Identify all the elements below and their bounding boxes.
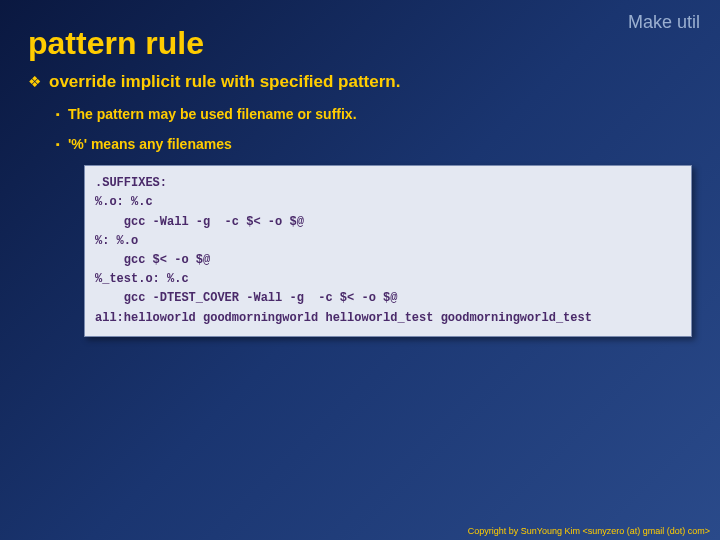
sub-list: ▪ The pattern may be used filename or su…: [28, 106, 692, 337]
square-icon: ▪: [56, 136, 60, 154]
code-block: .SUFFIXES: %.o: %.c gcc -Wall -g -c $< -…: [84, 165, 692, 337]
sub-bullet-text: The pattern may be used filename or suff…: [68, 106, 357, 122]
diamond-icon: ❖: [28, 72, 41, 92]
sub-bullet-text: '%' means any filenames: [68, 136, 232, 152]
sub-bullet: ▪ '%' means any filenames: [56, 136, 692, 154]
top-label: Make util: [628, 12, 700, 33]
square-icon: ▪: [56, 106, 60, 124]
main-bullet: ❖ override implicit rule with specified …: [28, 72, 692, 92]
content-area: ❖ override implicit rule with specified …: [0, 72, 720, 337]
sub-bullet: ▪ The pattern may be used filename or su…: [56, 106, 692, 124]
main-bullet-text: override implicit rule with specified pa…: [49, 72, 400, 92]
footer-copyright: Copyright by SunYoung Kim <sunyzero (at)…: [468, 526, 710, 536]
slide-title: pattern rule: [0, 0, 720, 72]
